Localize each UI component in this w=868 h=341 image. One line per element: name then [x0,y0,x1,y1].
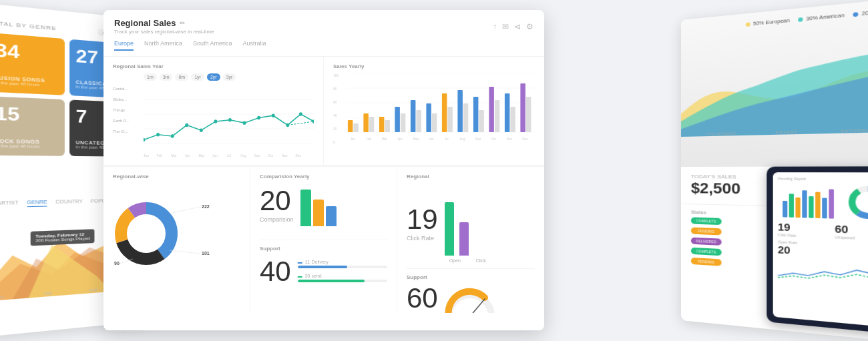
delivery-label: ▬ 11 Delivery [298,260,387,264]
svg-rect-57 [463,103,469,132]
tablet-line-chart [778,258,868,287]
nav-tabs: Europe North America South America Austr… [114,40,533,51]
svg-rect-93 [789,194,794,218]
tab-country[interactable]: COUNTRY [55,199,83,206]
svg-rect-47 [385,120,390,132]
svg-text:Jun: Jun [212,153,218,157]
center-panel: Regional Sales ✏ Track your sales region… [103,10,544,330]
delivery-bar-fill [298,266,347,268]
center-title: Regional Sales [114,18,176,28]
open-bar-group [445,202,454,256]
svg-text:Nov: Nov [507,137,513,141]
svg-rect-98 [822,198,827,219]
support-number-left: 40 [260,258,291,286]
svg-text:Jun: Jun [429,137,434,141]
tab-genre[interactable]: GENRE [27,200,47,207]
tablet-unopened: 60 Unopened [835,223,868,242]
center-bottom: Regional-wise [103,166,544,313]
svg-rect-44 [363,113,369,132]
mail-icon[interactable]: ✉ [502,22,509,31]
comparison-bars [300,186,337,226]
share-icon[interactable]: ⊲ [514,22,521,31]
time-1m[interactable]: 1m [144,73,157,81]
svg-text:JAN: JAN [0,294,4,300]
regional-right-section: Regional 19 Click Rate [397,167,544,313]
svg-rect-64 [520,83,525,132]
center-action-icons: ↑ ✉ ⊲ ⚙ [493,22,533,31]
tablet-unopened-label: Unopened [835,235,868,242]
svg-text:Dec: Dec [296,153,302,157]
tab-south-america[interactable]: South America [193,40,232,51]
right-top-chart: 50% European 30% American 20% Others [681,0,868,167]
click-bar [459,222,469,256]
tablet-click-rate: 19 Click Rate [778,222,830,240]
tab-australia[interactable]: Australia [243,40,266,51]
click-label: Click [471,258,491,263]
regional-sales-year-title: Regional Sales Year [113,63,314,69]
time-2yr[interactable]: 2yr [207,73,220,81]
chart-tooltip: Tuesday, February 12 200 Fusion Songs Pl… [31,229,95,246]
send-bar-track [298,280,387,282]
time-6m[interactable]: 6m [175,73,188,81]
svg-point-21 [272,113,275,117]
svg-text:Apr: Apr [397,137,403,141]
comparison-title: Comparision Yearly [260,174,387,180]
tablet-header: Pending Report [778,177,868,182]
support-title-left: Support [260,246,387,252]
svg-point-14 [171,134,174,138]
svg-rect-58 [473,97,479,132]
svg-rect-53 [432,113,437,132]
svg-rect-94 [795,198,800,218]
donut-chart-area: 222 101 90 [113,184,240,284]
svg-text:Feb: Feb [366,137,371,141]
bar-blue [326,206,337,226]
click-rate-label: Click Rate [407,235,438,242]
click-bar-group [459,222,469,256]
thursday-label: THURSDAY [706,131,736,136]
time-3yr[interactable]: 3yr [223,73,236,81]
svg-rect-46 [379,117,385,132]
svg-rect-56 [457,90,463,132]
regional-bars [445,189,491,256]
svg-text:Aug: Aug [240,153,246,157]
svg-text:Aug: Aug [459,137,465,141]
sales-yearly-title: Sales Yearly [333,63,535,69]
time-1yr[interactable]: 1yr [191,73,204,81]
tab-north-america[interactable]: North America [144,40,182,51]
svg-rect-96 [809,196,813,218]
edit-icon[interactable]: ✏ [180,19,185,27]
delivery-bar-track [298,266,387,268]
american-label: 30% American [806,13,844,21]
svg-rect-63 [510,107,515,132]
badge-pending-1: PENDING [691,228,722,236]
svg-point-20 [257,116,260,120]
tab-by-artist[interactable]: BY ARTIST [0,200,19,208]
svg-point-15 [185,123,188,127]
right-panel: 50% European 30% American 20% Others [681,0,868,341]
legend-european: 50% European [745,18,789,27]
svg-rect-55 [447,107,453,132]
svg-rect-62 [505,93,510,132]
svg-point-103 [859,195,868,210]
svg-rect-65 [526,97,531,132]
svg-point-18 [228,118,232,122]
regional-bar-labels: Open Click [445,258,491,263]
svg-text:Oct: Oct [268,153,273,157]
american-dot [798,17,803,21]
svg-rect-49 [401,113,406,132]
send-bar-fill [298,280,365,282]
legend-others: 20% Others [853,8,868,17]
svg-rect-95 [802,190,807,218]
donut-chart-svg [113,200,180,267]
tab-europe[interactable]: Europe [114,40,134,51]
svg-text:MAR: MAR [89,287,97,292]
time-3m[interactable]: 3m [160,73,173,81]
european-label: 50% European [753,18,790,27]
svg-point-23 [299,112,302,116]
upload-icon[interactable]: ↑ [493,22,497,31]
settings-icon[interactable]: ⚙ [526,22,533,31]
svg-rect-52 [426,103,431,132]
bar-green [300,190,311,226]
status-header: Status [691,210,706,215]
open-bar [445,202,454,256]
